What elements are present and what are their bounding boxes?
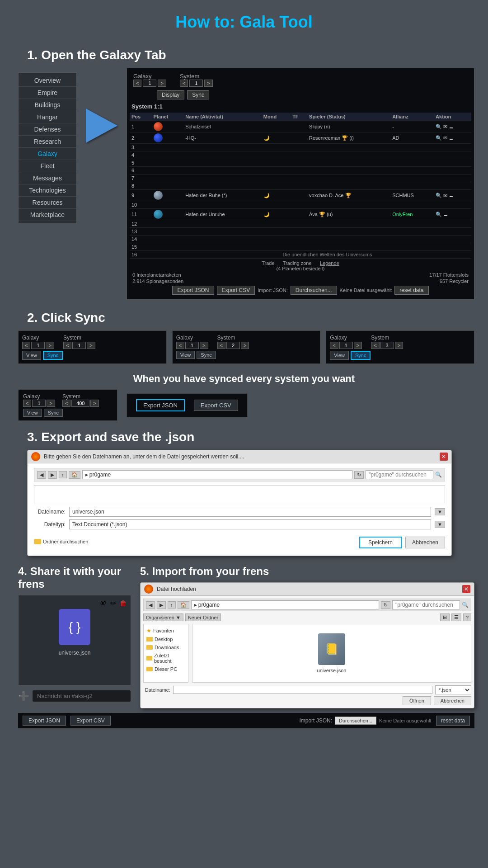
sidebar-item-technologies[interactable]: Technologies — [19, 184, 76, 197]
upload-nav-refresh[interactable]: ↻ — [381, 601, 390, 609]
galaxy-prev-btn[interactable]: < — [133, 80, 141, 87]
export-view-btn[interactable]: View — [23, 409, 42, 417]
sync1-system-val[interactable] — [72, 342, 86, 349]
sync2-view-btn[interactable]: View — [176, 351, 195, 359]
upload-open-btn[interactable]: Öffnen — [403, 696, 431, 705]
sidebar-item-marketplace[interactable]: Marketplace — [19, 209, 76, 221]
sync2-galaxy-val[interactable] — [185, 342, 199, 349]
browse-btn[interactable]: Durchsuchen... — [291, 286, 337, 295]
export-system-val[interactable] — [71, 400, 89, 407]
sidebar-item-overview[interactable]: Overview — [19, 75, 76, 87]
sync1-system-prev[interactable]: < — [63, 342, 71, 349]
bottom-reset-btn[interactable]: reset data — [436, 716, 470, 726]
save-nav-back[interactable]: ◀ — [37, 471, 46, 479]
export-json-btn[interactable]: Export JSON — [172, 286, 214, 295]
export-galaxy-next[interactable]: > — [47, 400, 55, 407]
sidebar-item-messages[interactable]: Messages — [19, 172, 76, 184]
upload-search-input[interactable] — [392, 600, 460, 609]
save-speichern-btn[interactable]: Speichern — [359, 537, 402, 548]
sync3-system-val[interactable] — [380, 342, 394, 349]
upload-cancel-btn[interactable]: Abbrechen — [434, 696, 471, 705]
galaxy-input[interactable] — [143, 80, 156, 87]
sync3-galaxy-next[interactable]: > — [354, 342, 362, 349]
display-btn[interactable]: Display — [157, 90, 184, 99]
export-system-next[interactable]: > — [90, 400, 99, 407]
save-nav-forward[interactable]: ▶ — [48, 471, 57, 479]
help-btn[interactable]: ? — [463, 613, 471, 621]
sync2-galaxy-prev[interactable]: < — [176, 342, 184, 349]
export-csv-main-btn[interactable]: Export CSV — [194, 400, 238, 411]
sync3-view-btn[interactable]: View — [330, 351, 349, 360]
folder-browse-btn[interactable]: Ordner durchsuchen — [34, 539, 88, 544]
sync1-view-btn[interactable]: View — [22, 351, 41, 360]
sync1-galaxy-next[interactable]: > — [46, 342, 54, 349]
export-system-prev[interactable]: < — [62, 400, 70, 407]
sidebar-item-fleet[interactable]: Fleet — [19, 160, 76, 172]
sidebar-favoriten[interactable]: ★ Favoriten — [145, 626, 186, 635]
upload-filename-input[interactable] — [173, 686, 432, 694]
preview-eye-btn[interactable]: 👁 — [99, 599, 107, 608]
sync3-galaxy-prev[interactable]: < — [330, 342, 338, 349]
sidebar-item-research[interactable]: Research — [19, 136, 76, 148]
sidebar-item-empire[interactable]: Empire — [19, 87, 76, 99]
preview-edit-btn[interactable]: ✏ — [110, 599, 116, 608]
sync3-system-next[interactable]: > — [395, 342, 403, 349]
system-prev-btn[interactable]: < — [180, 80, 188, 87]
save-nav-refresh[interactable]: ↻ — [354, 471, 364, 479]
save-filename-input[interactable] — [69, 507, 431, 517]
sync1-galaxy-prev[interactable]: < — [22, 342, 30, 349]
new-folder-btn[interactable]: Neuer Ordner — [185, 613, 221, 621]
view-list-btn[interactable]: ☰ — [451, 613, 461, 621]
bottom-export-json-btn[interactable]: Export JSON — [23, 716, 66, 726]
upload-nav-back[interactable]: ◀ — [146, 601, 155, 609]
view-toggle-btn[interactable]: ⊞ — [440, 613, 450, 621]
export-json-highlight-btn[interactable]: Export JSON — [136, 399, 185, 411]
sync2-sync-btn[interactable]: Sync — [197, 351, 216, 359]
upload-nav-up[interactable]: ↑ — [168, 601, 176, 609]
sync3-system-prev[interactable]: < — [371, 342, 379, 349]
upload-nav-forward[interactable]: ▶ — [157, 601, 166, 609]
sidebar-item-defenses[interactable]: Defenses — [19, 123, 76, 136]
save-filetype-dropdown-btn[interactable]: ▼ — [435, 521, 445, 528]
export-sync-btn[interactable]: Sync — [44, 409, 63, 417]
upload-nav-home[interactable]: 🏠 — [178, 601, 189, 609]
sidebar-downloads[interactable]: Downloads — [145, 643, 186, 651]
sidebar-item-buildings[interactable]: Buildings — [19, 99, 76, 111]
sidebar-dieser-pc[interactable]: Dieser PC — [145, 665, 186, 673]
sync3-sync-btn[interactable]: Sync — [351, 351, 371, 360]
organize-btn[interactable]: Organisieren ▼ — [143, 613, 183, 621]
sidebar-item-galaxy[interactable]: Galaxy — [19, 148, 76, 160]
bottom-browse-btn[interactable]: Durchsuchen... — [335, 717, 376, 725]
save-dropdown-btn[interactable]: ▼ — [435, 508, 445, 515]
sidebar-item-hangar[interactable]: Hangar — [19, 111, 76, 123]
sync-btn[interactable]: Sync — [187, 90, 209, 99]
sync1-galaxy-val[interactable] — [31, 342, 45, 349]
sync2-system-val[interactable] — [226, 342, 240, 349]
save-dialog-close-btn[interactable]: ✕ — [440, 453, 448, 461]
sync2-galaxy-next[interactable]: > — [200, 342, 208, 349]
system-input[interactable] — [189, 80, 203, 87]
bottom-export-csv-btn[interactable]: Export CSV — [70, 716, 111, 726]
legend-link[interactable]: Legende — [320, 260, 339, 266]
upload-close-btn[interactable]: ✕ — [462, 585, 470, 593]
chat-input[interactable] — [32, 690, 131, 702]
save-nav-up[interactable]: ↑ — [59, 471, 67, 478]
save-filetype-input[interactable] — [69, 519, 431, 529]
sync1-sync-btn[interactable]: Sync — [43, 351, 63, 360]
save-search-input[interactable] — [366, 470, 433, 479]
export-galaxy-prev[interactable]: < — [23, 400, 31, 407]
sidebar-item-resources[interactable]: Resources — [19, 197, 76, 209]
system-next-btn[interactable]: > — [204, 80, 212, 87]
save-abbrechen-btn[interactable]: Abbrechen — [405, 537, 445, 548]
sidebar-desktop[interactable]: Desktop — [145, 635, 186, 643]
upload-filter-select[interactable]: *.json — [435, 685, 471, 694]
reset-data-btn[interactable]: reset data — [394, 286, 428, 295]
sidebar-zuletzt[interactable]: Zuletzt besucht — [145, 651, 186, 665]
sync2-system-prev[interactable]: < — [217, 342, 225, 349]
save-nav-home[interactable]: 🏠 — [69, 471, 80, 479]
chat-add-btn[interactable]: ➕ — [18, 691, 29, 702]
export-galaxy-val[interactable] — [32, 400, 46, 407]
sync2-system-next[interactable]: > — [241, 342, 249, 349]
sync1-system-next[interactable]: > — [87, 342, 95, 349]
export-csv-btn[interactable]: Export CSV — [217, 286, 255, 295]
